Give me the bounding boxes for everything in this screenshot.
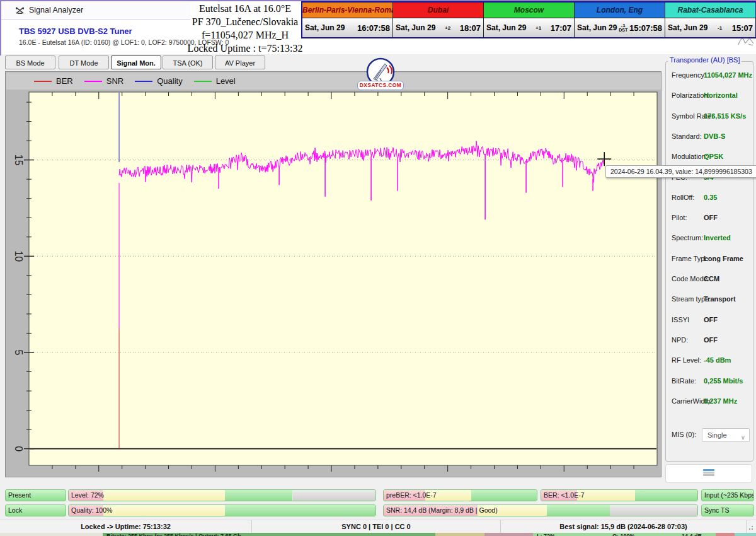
clock-date: Sat, Jun 29 [305,23,345,32]
satellite-annotation: Eutelsat 16A at 16.0°E PF 370_Lučenec/Sl… [186,2,304,55]
transponder-value: CCM [704,275,719,283]
indicator-present: Present [5,489,66,501]
indicator-label: BER: <1.0E-7 [544,490,585,501]
indicator-lock: Lock [5,504,66,516]
statusbar-section: Locked -> Uptime: 75:13:32 [0,520,252,533]
world-clocks: Berlin-Paris-Vienna-RomaSat, Jun 2916:07… [301,1,756,38]
transponder-value: QPSK [704,153,723,160]
y-axis-label-5: 5 [13,349,24,355]
indicator-segment-green [225,505,375,516]
clock-city: Berlin-Paris-Vienna-Roma [302,3,392,18]
clock-time-row: Sat, Jun 2916:07:58 [302,18,392,37]
transponder-label: NPD: [672,336,688,344]
window-titlebar: Signal Analyzer [0,1,190,20]
transponder-value: Transport [704,295,736,303]
transponder-value: Inverted [704,234,731,242]
clock-date: Sat, Jun 29 [668,23,707,32]
clock-panel: London, EngSat, Jun 29-1DST15:07:58 [574,3,665,37]
indicator-segment-green [471,490,537,501]
transponder-value: OFF [704,214,718,221]
indicator-label: preBER: <1.0E-7 [386,490,437,501]
transponder-label: RollOff: [672,194,694,201]
transponder-label: BitRate: [672,377,696,385]
indicator-segment-silver [610,505,697,516]
indicator-preber: preBER: <1.0E-7 [383,489,537,501]
statusbar: Locked -> Uptime: 75:13:32SYNC 0 | TEI 0… [0,520,756,533]
resize-grip[interactable] [748,524,755,530]
indicator-quality: Quality: 100% [68,504,376,516]
y-axis-label-10: 10 [13,250,24,262]
indicator-label: Sync TS [704,505,730,516]
annotation-line-frequency: f=11054,027 MHz_H [186,28,304,42]
app-icon [15,6,25,15]
tab-dt-mode[interactable]: DT Mode [59,55,109,69]
clock-time: 15:07 [732,23,753,33]
window-left-border [0,0,1,55]
transponder-label: RF Level: [672,356,701,364]
clock-date: Sat, Jun 29 [577,23,617,32]
indicator-snr: SNR: 14,4 dB (Margin: 8,9 dB | Good) [383,504,698,516]
transponder-value: 0,255 Mbit/s [704,377,743,385]
tab-av-player[interactable]: AV Player [215,55,265,69]
annotation-line-uptime: Locked Uptime : t=75:13:32 [186,42,304,55]
mis-label: MIS (0): [672,431,696,438]
transponder-panel: Transponder (AU) [BS] Frequency:11054,02… [663,55,756,487]
indicator-label: Present [8,490,31,501]
chart-plot[interactable]: 051015 [6,72,661,477]
stack-icon-button[interactable] [665,464,752,483]
transponder-label: ISSYI [672,316,689,323]
mis-dropdown[interactable]: Single∨ [702,428,750,442]
clock-panel: Rabat-CasablancaSat, Jun 29-115:07 [665,3,755,37]
transponder-value: OFF [704,336,718,344]
indicator-ber: BER: <1.0E-7 [541,489,698,501]
transponder-value: -45 dBm [704,356,731,364]
indicator-input-235-kbps-: Input (~235 Kbps) [701,489,754,501]
tab-signal-mon-[interactable]: Signal Mon. [111,55,161,69]
clock-offset: -1DST [617,23,629,32]
indicator-label: Lock [8,505,22,516]
transponder-label: Modulation: [672,153,707,160]
clock-panel: MoscowSat, Jun 29+117:07 [483,3,574,37]
y-axis-label-15: 15 [13,154,24,166]
indicator-sync-ts: Sync TS [701,504,754,516]
indicator-segment-yellow [577,490,635,501]
clock-panel: DubaiSat, Jun 29+218:07 [392,3,483,37]
strip-segment: 14,4 dB [678,533,716,536]
dxsatcs-logo: DXSATCS.COM [357,57,404,90]
annotation-line-site: PF 370_Lučenec/Slovakia [186,15,304,28]
clock-offset: +1 [526,26,550,30]
clock-offset: -1 [707,26,731,30]
clock-offset-value: -1 [707,26,731,30]
clock-time: 16:07:58 [357,23,390,33]
transponder-value: Long Frame [704,255,743,262]
signature-mark [737,35,755,47]
tab-tsa-ok-[interactable]: TSA (OK) [163,55,213,69]
indicator-segment-green [547,505,610,516]
background-window-strip: Bitrate: 255 Kbps for 255 Kbps/s | Outpu… [0,533,756,536]
strip-segment: L: 72% [533,533,609,536]
clock-city: London, Eng [575,3,665,18]
indicator-label: SNR: 14,4 dB (Margin: 8,9 dB | Good) [386,505,498,516]
strip-segment [0,533,103,536]
indicator-label: Input (~235 Kbps) [704,490,754,501]
clock-time-row: Sat, Jun 29+218:07 [393,18,483,37]
transponder-panel-title: Transponder (AU) [BS] [668,56,742,64]
indicator-segment-green [635,490,697,501]
indicator-segment-green [225,490,292,501]
clock-time-row: Sat, Jun 29+117:07 [484,18,574,37]
clock-offset-value: +2 [435,26,459,30]
indicator-label: Level: 72% [71,490,104,501]
transponder-value: 0.35 [704,194,717,201]
clock-time-row: Sat, Jun 29-1DST15:07:58 [575,18,665,37]
transponder-label: Spectrum: [672,234,703,242]
clock-offset: +2 [435,26,459,30]
strip-segment: Bitrate: 255 Kbps for 255 Kbps/s | Outpu… [103,533,435,536]
transponder-value: DVB-S [704,132,725,140]
strip-segment: Q: 100% [609,533,678,536]
statusbar-section: Best signal: 15,9 dB (2024-06-28 07:03) [501,520,747,533]
statusbar-section: SYNC 0 | TEI 0 | CC 0 [252,520,501,533]
chart-panel: BERSNRQualityLevel 051015 [5,71,662,477]
indicator-label: Quality: 100% [71,505,112,516]
tab-bs-mode[interactable]: BS Mode [5,55,55,69]
clock-city: Dubai [393,3,483,18]
